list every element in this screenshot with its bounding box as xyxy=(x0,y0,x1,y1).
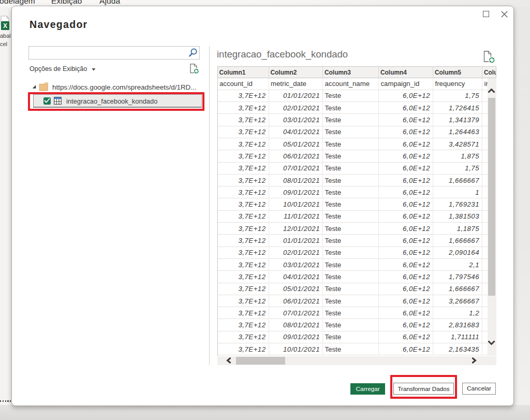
svg-text:X: X xyxy=(3,22,7,30)
